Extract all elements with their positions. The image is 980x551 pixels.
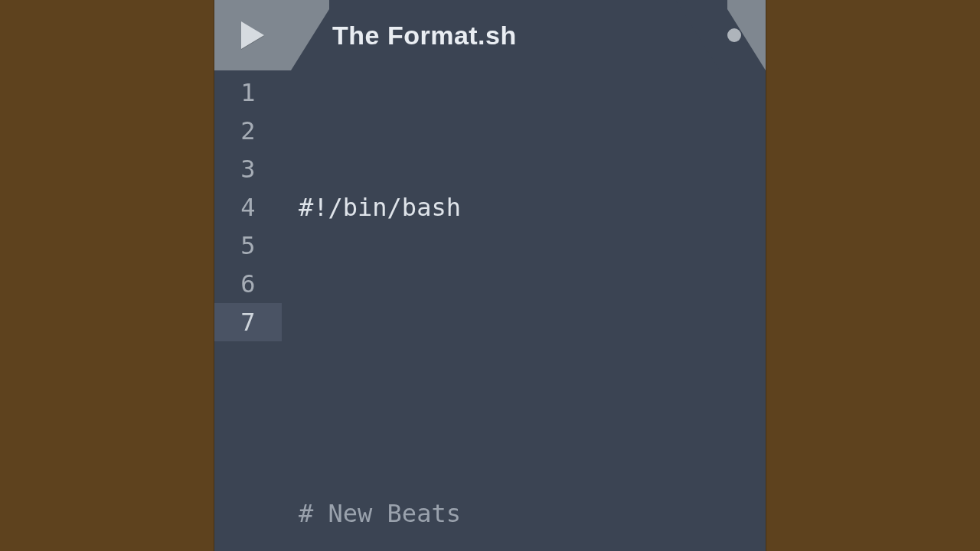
line-number: 3 xyxy=(214,150,282,188)
tab-title: The Format.sh xyxy=(332,0,517,70)
line-number: 2 xyxy=(214,112,282,150)
code-editor[interactable]: 1 2 3 4 5 6 7 #!/bin/bash # New Beats cd… xyxy=(214,70,766,551)
line-number: 7 xyxy=(214,303,282,341)
token-shebang: #!/bin/bash xyxy=(299,193,461,222)
line-number: 5 xyxy=(214,227,282,265)
dirty-indicator-icon xyxy=(727,28,741,42)
code-line[interactable]: # New Beats xyxy=(299,494,766,533)
line-number: 6 xyxy=(214,265,282,303)
code-line[interactable]: #!/bin/bash xyxy=(299,188,766,227)
play-icon xyxy=(241,21,264,49)
line-number: 4 xyxy=(214,188,282,227)
code-area[interactable]: #!/bin/bash # New Beats cd /Users/'Count… xyxy=(282,70,766,551)
run-button[interactable] xyxy=(214,0,291,70)
line-number: 1 xyxy=(214,73,282,112)
tab-bar: The Format.sh xyxy=(214,0,766,70)
editor-window: The Format.sh 1 2 3 4 5 6 7 #!/bin/bash … xyxy=(214,0,766,551)
line-number-gutter: 1 2 3 4 5 6 7 xyxy=(214,70,282,551)
token-comment: # New Beats xyxy=(299,499,461,528)
code-line[interactable] xyxy=(299,341,766,380)
